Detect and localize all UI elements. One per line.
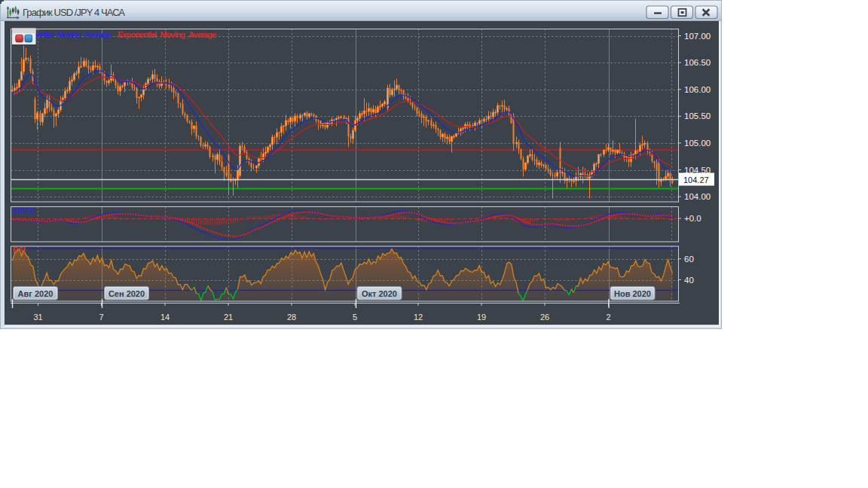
svg-text:104.00: 104.00 [684,192,711,201]
svg-text:+0.0: +0.0 [684,214,701,223]
svg-text:Окт 2020: Окт 2020 [362,289,397,298]
svg-text:40: 40 [684,276,694,285]
svg-text:График USD /JPY 4 ЧАСА: График USD /JPY 4 ЧАСА [23,7,125,18]
svg-text:12: 12 [414,313,423,322]
svg-text:105.50: 105.50 [684,111,711,120]
svg-text:60: 60 [684,255,694,264]
svg-text:104.27: 104.27 [683,175,709,185]
svg-text:MACD: MACD [13,206,35,215]
svg-text:106.00: 106.00 [684,85,711,94]
svg-text:26: 26 [540,313,549,322]
svg-text:105.00: 105.00 [684,139,711,148]
svg-text:107.00: 107.00 [684,32,711,41]
svg-text:14: 14 [160,313,170,322]
svg-text:Сен 2020: Сен 2020 [108,289,145,298]
svg-text:Авг 2020: Авг 2020 [18,289,53,298]
svg-text:2: 2 [606,313,610,322]
svg-text:28: 28 [287,313,296,322]
svg-text:19: 19 [477,313,486,322]
svg-text:Exponential_Moving_Average: Exponential_Moving_Average [118,30,216,39]
svg-text:31: 31 [33,313,42,322]
svg-text:7: 7 [99,313,103,322]
svg-text:Нов 2020: Нов 2020 [614,289,651,298]
svg-text:106.50: 106.50 [684,58,711,67]
svg-text:RSI: RSI [13,246,26,255]
svg-text:21: 21 [224,313,233,322]
svg-text:5: 5 [353,313,357,322]
